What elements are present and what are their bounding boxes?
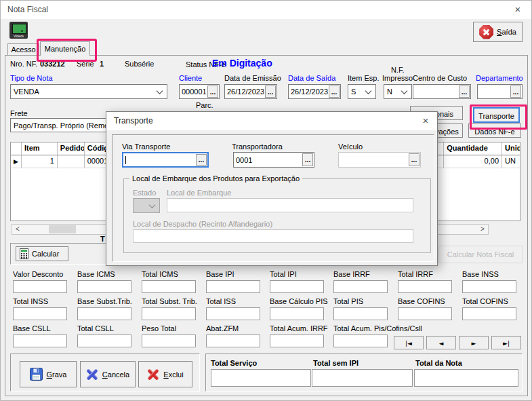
nav-last-button[interactable]: ►| bbox=[491, 336, 521, 349]
tipo-nota-combobox[interactable]: VENDA bbox=[10, 84, 167, 99]
tipo-nota-value: VENDA bbox=[14, 88, 39, 96]
fiscal-label: Abat.ZFM bbox=[206, 324, 239, 332]
transportadora-value: 0001 bbox=[234, 156, 302, 164]
total-pis-input[interactable] bbox=[333, 307, 388, 320]
item-esp-combobox[interactable]: S bbox=[348, 84, 376, 99]
via-transporte-lookup-button[interactable]: ... bbox=[196, 154, 207, 166]
data-emissao-picker-button[interactable]: ... bbox=[265, 85, 276, 98]
calcular-button[interactable]: Calcular bbox=[16, 246, 68, 261]
data-emissao-value: 26/12/2023 bbox=[225, 88, 264, 96]
transportadora-field[interactable]: 0001 ... bbox=[233, 152, 314, 168]
fiscal-label: Total Acum. Pis/Cofins/Csll bbox=[333, 324, 422, 332]
centro-custo-field[interactable]: ... bbox=[413, 84, 471, 99]
item-esp-label: Item Esp. bbox=[348, 74, 379, 82]
base-cofins-input[interactable] bbox=[398, 307, 452, 320]
base-icms-input[interactable] bbox=[77, 280, 131, 293]
nav-next-button[interactable]: ► bbox=[459, 336, 489, 349]
clipped-total-label: T bbox=[100, 235, 105, 243]
subserie-label: Subsérie bbox=[125, 60, 154, 68]
exclui-label: Exclui bbox=[163, 370, 183, 379]
nf-impresso-label-line1: N.F. bbox=[391, 66, 405, 74]
tab-manutencao[interactable]: Manutenção bbox=[40, 41, 90, 56]
nf-impresso-label-line2: Impresso bbox=[382, 74, 413, 82]
cliente-value: 000001 bbox=[180, 88, 207, 96]
total-acum-pis-cofins-csll-input[interactable] bbox=[333, 335, 388, 347]
nota-fiscal-window: Nota Fiscal × Videos Saída Acesso Manute… bbox=[0, 0, 532, 401]
local-despacho-label: Local de Despacho (Recinto Alfandegario) bbox=[133, 220, 272, 228]
total-icms-input[interactable] bbox=[142, 280, 196, 293]
col-pedido: Pedido bbox=[58, 142, 85, 155]
base-calculo-pis-input[interactable] bbox=[270, 307, 324, 320]
veiculo-field[interactable]: ... bbox=[338, 152, 421, 168]
base-inss-input[interactable] bbox=[462, 280, 516, 293]
cliente-field[interactable]: 000001 ... bbox=[179, 84, 220, 99]
departamento-lookup-button[interactable]: ... bbox=[510, 85, 521, 98]
close-icon[interactable]: × bbox=[417, 114, 434, 128]
cancela-button[interactable]: Cancela bbox=[80, 361, 136, 387]
valor-desconto-input[interactable] bbox=[13, 280, 67, 293]
fiscal-label: Valor Desconto bbox=[13, 270, 63, 278]
transportadora-lookup-button[interactable]: ... bbox=[302, 153, 313, 166]
data-saida-picker-button[interactable]: ... bbox=[329, 85, 340, 98]
total-da-nota-input[interactable] bbox=[414, 369, 518, 387]
col-unidade: Unidade bbox=[502, 142, 520, 155]
chevron-down-icon bbox=[149, 202, 156, 208]
fiscal-label: Base IPI bbox=[206, 270, 234, 278]
fiscal-label: Total ISS bbox=[206, 297, 236, 305]
total-servico-input[interactable] bbox=[211, 369, 311, 387]
total-iss-input[interactable] bbox=[206, 307, 260, 320]
base-ipi-input[interactable] bbox=[206, 280, 260, 293]
nf-impresso-combobox[interactable]: N bbox=[384, 84, 412, 99]
data-emissao-field[interactable]: 26/12/2023 ... bbox=[224, 84, 277, 99]
grava-button[interactable]: Grava bbox=[20, 361, 77, 387]
embarque-groupbox: Local de Embarque dos Produtos para Expo… bbox=[123, 178, 431, 253]
total-sem-ipi-input[interactable] bbox=[312, 369, 413, 387]
departamento-field[interactable]: ... bbox=[477, 84, 523, 99]
total-acum-irrf-input[interactable] bbox=[270, 335, 324, 347]
serie-value: 1 bbox=[100, 60, 104, 68]
exclui-button[interactable]: Exclui bbox=[138, 361, 192, 387]
scrollbar-thumb[interactable] bbox=[49, 225, 76, 233]
scroll-right-icon[interactable]: > bbox=[477, 225, 488, 234]
title-bar bbox=[1, 1, 531, 19]
fiscal-label: Total Subst. Trib. bbox=[142, 297, 197, 305]
cliente-label: Cliente bbox=[179, 74, 202, 82]
local-embarque-input bbox=[167, 198, 413, 212]
total-subst-trib-input[interactable] bbox=[142, 307, 196, 320]
videos-thumbnail[interactable]: Videos bbox=[9, 22, 28, 39]
via-transporte-field[interactable]: ... bbox=[122, 152, 209, 168]
peso-total-input[interactable] bbox=[142, 335, 196, 347]
nav-first-button[interactable]: |◄ bbox=[394, 336, 424, 349]
dados-nfe-button[interactable]: Dados NF-e bbox=[468, 123, 521, 138]
transporte-button[interactable]: Transporte bbox=[473, 107, 520, 123]
data-saida-field[interactable]: 26/12/2023 ... bbox=[288, 84, 341, 99]
nav-prev-button[interactable]: ◄ bbox=[426, 336, 456, 349]
transporte-dialog: Transporte × Via Transporte ... Transpor… bbox=[106, 111, 438, 266]
tab-acesso[interactable]: Acesso bbox=[7, 43, 39, 55]
fiscal-label: Total IPI bbox=[270, 270, 297, 278]
cell-quantidade: 0,00 bbox=[444, 155, 502, 168]
centro-custo-lookup-button[interactable]: ... bbox=[459, 85, 470, 98]
transporte-dialog-title: Transporte bbox=[114, 116, 153, 126]
total-inss-input[interactable] bbox=[13, 307, 67, 320]
total-ipi-input[interactable] bbox=[270, 280, 324, 293]
total-csll-input[interactable] bbox=[77, 335, 131, 347]
transportadora-label: Transportadora bbox=[232, 142, 283, 151]
embarque-group-title: Local de Embarque dos Produtos para Expo… bbox=[129, 174, 302, 183]
total-irrf-input[interactable] bbox=[398, 280, 452, 293]
cancela-label: Cancela bbox=[102, 370, 129, 379]
saida-button[interactable]: Saída bbox=[473, 22, 523, 42]
blue-x-icon bbox=[86, 368, 98, 381]
abat-zfm-input[interactable] bbox=[206, 335, 260, 347]
cliente-lookup-button[interactable]: ... bbox=[207, 85, 218, 98]
scroll-left-icon[interactable]: < bbox=[12, 225, 23, 234]
window-close-icon[interactable]: × bbox=[509, 3, 527, 17]
chevron-down-icon bbox=[401, 88, 408, 94]
base-subst-trib-input[interactable] bbox=[77, 307, 131, 320]
base-irrf-input[interactable] bbox=[333, 280, 388, 293]
calcular-nota-fiscal-button[interactable]: Calcular Nota Fiscal bbox=[438, 246, 523, 263]
total-cofins-input[interactable] bbox=[462, 307, 516, 320]
base-csll-input[interactable] bbox=[13, 335, 67, 347]
grava-label: Grava bbox=[47, 370, 67, 379]
veiculo-lookup-button[interactable]: ... bbox=[409, 153, 420, 166]
